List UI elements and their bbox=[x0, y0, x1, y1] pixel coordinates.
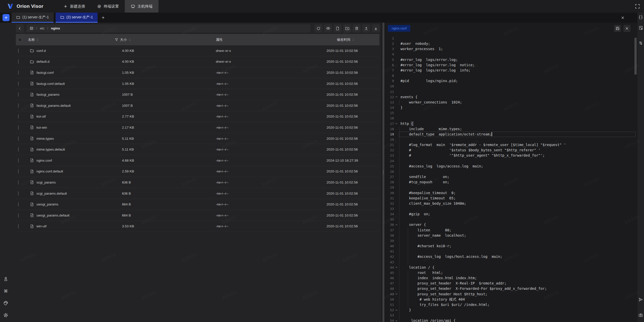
code-line[interactable]: 31 keepalive_timeout 65; bbox=[385, 196, 637, 201]
file-name[interactable]: scgi_params.default bbox=[36, 192, 67, 195]
row-checkbox[interactable] bbox=[18, 158, 19, 163]
row-checkbox[interactable] bbox=[18, 125, 19, 130]
code-line[interactable]: 37 listen 80; bbox=[385, 228, 637, 233]
code-line[interactable]: 13 worker_connections 1024; bbox=[385, 100, 637, 105]
file-table-row[interactable]: conf.d 4.00 KB drwxr-xr-x 2020-11-01 10:… bbox=[16, 45, 379, 56]
code-line[interactable]: 49 proxy_set_header Host $http_host; bbox=[385, 292, 637, 297]
row-checkbox[interactable] bbox=[18, 202, 19, 206]
code-line[interactable]: 44 location / { bbox=[385, 265, 637, 270]
file-name[interactable]: uwsgi_params bbox=[36, 202, 58, 206]
file-table-row[interactable]: fastcgi.conf 1.05 KB -rw-r--r-- 2020-11-… bbox=[16, 67, 379, 78]
new-tab-primary-button[interactable] bbox=[3, 14, 10, 21]
row-checkbox[interactable] bbox=[18, 49, 19, 53]
snippets-button[interactable] bbox=[638, 25, 643, 30]
shortcuts-button[interactable]: ⌘ bbox=[3, 288, 9, 294]
code-line[interactable]: 53 bbox=[385, 313, 637, 318]
theme-button[interactable] bbox=[3, 300, 9, 306]
code-line[interactable]: 23 # '"$http_user_agent" "$http_x_forwar… bbox=[385, 153, 637, 158]
column-header-name[interactable]: 名称 bbox=[27, 38, 114, 42]
row-checkbox[interactable] bbox=[18, 92, 19, 97]
sort-icon[interactable] bbox=[36, 38, 39, 42]
code-line[interactable]: 17 http { bbox=[385, 121, 637, 126]
fold-chevron-icon[interactable] bbox=[394, 95, 399, 98]
row-checkbox[interactable] bbox=[18, 169, 19, 173]
row-checkbox[interactable] bbox=[18, 103, 19, 108]
code-line[interactable]: 36 server { bbox=[385, 222, 637, 227]
row-checkbox[interactable] bbox=[18, 136, 19, 141]
download-button[interactable] bbox=[372, 24, 380, 32]
row-checkbox[interactable] bbox=[18, 82, 19, 86]
file-table-row[interactable]: fastcgi.conf.default 1.05 KB -rw-r--r-- … bbox=[16, 78, 379, 89]
column-header-size[interactable]: 大小 bbox=[114, 38, 216, 42]
code-line[interactable]: 2 #user nobody; bbox=[385, 41, 637, 46]
code-line[interactable]: 11 bbox=[385, 89, 637, 94]
row-checkbox[interactable] bbox=[18, 213, 19, 218]
menu-new-connection[interactable]: 新建连接 bbox=[57, 0, 91, 13]
file-table-row[interactable]: mime.types.default 5.11 KB -rw-r--r-- 20… bbox=[16, 144, 379, 155]
code-line[interactable]: 33 bbox=[385, 206, 637, 211]
code-line[interactable]: 24 bbox=[385, 158, 637, 164]
code-line[interactable]: 3 worker_processes 1; bbox=[385, 46, 637, 52]
file-table-row[interactable]: koi-win 2.17 KB -rw-r--r-- 2020-11-01 10… bbox=[16, 122, 379, 133]
code-line[interactable]: 54 location /orion/api { bbox=[385, 318, 637, 322]
code-line[interactable]: 34 #gzip on; bbox=[385, 211, 637, 217]
code-line[interactable]: 27 sendfile on; bbox=[385, 174, 637, 180]
code-line[interactable]: 6 #error_log logs/error.log notice; bbox=[385, 62, 637, 68]
code-line[interactable]: 25 #access_log logs/access.log main; bbox=[385, 164, 637, 169]
fold-chevron-icon[interactable] bbox=[394, 266, 399, 269]
new-folder-button[interactable] bbox=[343, 24, 351, 32]
code-line[interactable]: 38 server_name localhost; bbox=[385, 233, 637, 238]
fold-chevron-icon[interactable] bbox=[394, 122, 399, 125]
editor-file-tab[interactable]: nginx.conf bbox=[388, 25, 410, 32]
editor-body[interactable]: 1 2 #user nobody; 3 worker_processes 1; … bbox=[385, 34, 637, 322]
file-name[interactable]: nginx.conf bbox=[36, 159, 52, 162]
new-file-button[interactable] bbox=[334, 24, 342, 32]
file-table-row[interactable]: nginx.conf.default 2.59 KB -rw-r--r-- 20… bbox=[16, 166, 379, 177]
add-tab-button[interactable] bbox=[98, 13, 109, 23]
user-button[interactable] bbox=[3, 276, 9, 282]
file-table-row[interactable]: default.d 4.00 KB drwxr-xr-x 2020-11-01 … bbox=[16, 56, 379, 67]
code-line[interactable]: 9 #pid logs/nginx.pid; bbox=[385, 78, 637, 84]
row-checkbox[interactable] bbox=[18, 70, 19, 75]
fold-chevron-icon[interactable] bbox=[394, 319, 399, 322]
tab-server-1[interactable]: (1) server-生产-1 bbox=[12, 13, 54, 23]
code-line[interactable]: 20 bbox=[385, 137, 637, 142]
file-name[interactable]: fastcgi.conf bbox=[36, 71, 54, 75]
breadcrumb[interactable]: / etc / nginx bbox=[26, 24, 310, 32]
code-line[interactable]: 15 bbox=[385, 110, 637, 116]
code-line[interactable]: 50 # web history 模式 404 bbox=[385, 297, 637, 302]
file-name[interactable]: fastcgi_params.default bbox=[36, 104, 71, 108]
code-line[interactable]: 28 #tcp_nopush on; bbox=[385, 180, 637, 185]
code-line[interactable]: 12 events { bbox=[385, 94, 637, 100]
code-line[interactable]: 47 proxy_set_header X-Real-IP $remote_ad… bbox=[385, 281, 637, 286]
menu-terminal-settings[interactable]: 终端设置 bbox=[91, 0, 125, 13]
file-name[interactable]: koi-win bbox=[36, 126, 47, 129]
upload-button[interactable] bbox=[362, 24, 370, 32]
toggle-hidden-files-button[interactable] bbox=[324, 24, 332, 32]
file-table-row[interactable]: koi-utf 2.77 KB -rw-r--r-- 2020-11-01 10… bbox=[16, 111, 379, 122]
file-table-row[interactable]: mime.types 5.11 KB -rw-r--r-- 2020-11-01… bbox=[16, 133, 379, 144]
menu-host-terminal[interactable]: 主机终端 bbox=[125, 0, 158, 13]
send-command-button[interactable] bbox=[638, 297, 643, 302]
code-line[interactable]: 18 include mime.types; bbox=[385, 126, 637, 132]
code-line[interactable]: 1 bbox=[385, 36, 637, 41]
splitter-handle[interactable] bbox=[382, 23, 384, 322]
code-line[interactable]: 26 bbox=[385, 169, 637, 174]
fold-chevron-icon[interactable] bbox=[394, 293, 399, 296]
file-table-row[interactable]: nginx.conf 4.68 KB -rw-r--r-- 2024-12-10… bbox=[16, 155, 379, 166]
code-line[interactable]: 30 #keepalive_timeout 0; bbox=[385, 190, 637, 196]
save-button[interactable] bbox=[614, 25, 621, 32]
code-line[interactable]: 14 } bbox=[385, 105, 637, 110]
back-button[interactable] bbox=[16, 24, 24, 32]
row-checkbox[interactable] bbox=[18, 114, 19, 119]
code-line[interactable]: 4 bbox=[385, 52, 637, 57]
fold-chevron-icon[interactable] bbox=[394, 309, 399, 312]
code-line[interactable]: 22 # '$status $body_bytes_sent "$http_re… bbox=[385, 148, 637, 153]
editor-close-button[interactable] bbox=[623, 25, 630, 32]
row-checkbox[interactable] bbox=[18, 191, 19, 196]
code-line[interactable]: 52 } bbox=[385, 307, 637, 313]
screenshot-button[interactable] bbox=[638, 312, 643, 318]
code-line[interactable]: 43 bbox=[385, 260, 637, 265]
file-name[interactable]: nginx.conf.default bbox=[36, 169, 63, 173]
code-line[interactable]: 48 proxy_set_header X-Forwarded-For $pro… bbox=[385, 286, 637, 291]
